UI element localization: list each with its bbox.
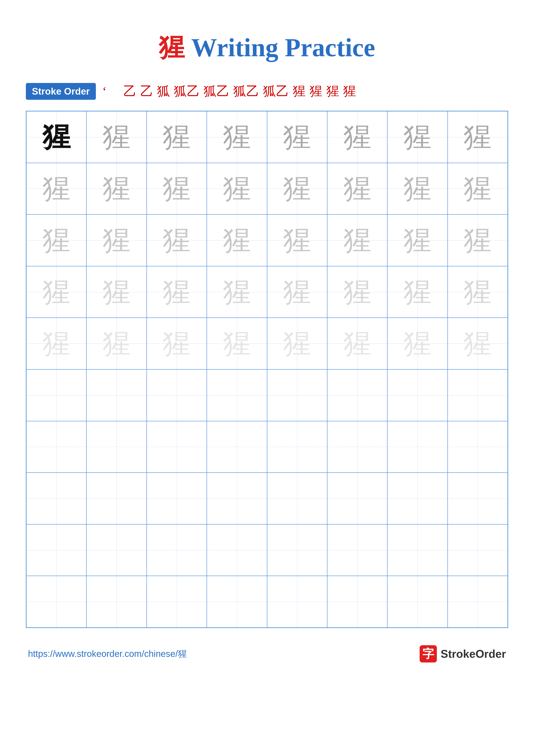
practice-char: 猩 — [343, 123, 371, 151]
grid-cell[interactable] — [387, 421, 447, 473]
grid-cell[interactable]: 猩 — [447, 214, 508, 266]
practice-char: 猩 — [103, 226, 131, 254]
stroke-steps: ‘ 乙 乙 狐 狐乙 狐乙 狐乙 狐乙 猩 猩 猩 猩 — [102, 83, 356, 100]
grid-cell[interactable] — [447, 472, 508, 524]
grid-cell[interactable] — [267, 472, 327, 524]
grid-cell[interactable] — [87, 472, 146, 524]
grid-cell[interactable] — [207, 524, 267, 576]
practice-char: 猩 — [283, 330, 311, 358]
grid-cell[interactable] — [207, 472, 267, 524]
grid-cell[interactable]: 猩 — [207, 266, 267, 318]
stroke-order-badge: Stroke Order — [26, 83, 96, 100]
grid-cell[interactable] — [387, 369, 447, 421]
grid-cell[interactable]: 猩 — [327, 163, 387, 215]
grid-cell[interactable] — [207, 369, 267, 421]
practice-char: 猩 — [223, 330, 251, 358]
title-eng: Writing Practice — [191, 33, 375, 62]
practice-char: 猩 — [403, 330, 431, 358]
grid-cell[interactable] — [267, 369, 327, 421]
grid-cell[interactable] — [26, 472, 87, 524]
grid-cell[interactable]: 猩 — [327, 266, 387, 318]
grid-cell[interactable]: 猩 — [447, 163, 508, 215]
grid-cell[interactable]: 猩 — [147, 163, 207, 215]
grid-cell[interactable]: 猩 — [387, 318, 447, 369]
grid-cell[interactable] — [147, 524, 207, 576]
grid-cell[interactable]: 猩 — [207, 318, 267, 369]
grid-cell[interactable]: 猩 — [327, 111, 387, 163]
grid-cell[interactable]: 猩 — [87, 266, 146, 318]
grid-cell[interactable]: 猩 — [26, 266, 87, 318]
grid-cell[interactable] — [387, 576, 447, 628]
grid-cell[interactable]: 猩 — [87, 163, 146, 215]
grid-cell[interactable] — [87, 576, 146, 628]
practice-char: 猩 — [283, 123, 311, 151]
grid-cell[interactable]: 猩 — [207, 111, 267, 163]
practice-char: 猩 — [103, 123, 131, 151]
grid-cell[interactable] — [147, 576, 207, 628]
grid-cell[interactable]: 猩 — [387, 214, 447, 266]
grid-cell[interactable] — [267, 524, 327, 576]
stroke-3: 乙 — [140, 83, 153, 100]
grid-cell[interactable]: 猩 — [267, 214, 327, 266]
grid-cell[interactable] — [207, 421, 267, 473]
grid-cell[interactable]: 猩 — [87, 214, 146, 266]
grid-cell[interactable] — [26, 524, 87, 576]
grid-cell[interactable] — [447, 524, 508, 576]
grid-cell[interactable] — [147, 421, 207, 473]
practice-char: 猩 — [163, 330, 191, 358]
footer-brand-icon: 字 — [420, 645, 437, 662]
grid-cell[interactable] — [26, 421, 87, 473]
grid-cell[interactable] — [87, 421, 146, 473]
grid-cell[interactable] — [87, 524, 146, 576]
grid-cell[interactable]: 猩 — [207, 163, 267, 215]
grid-cell[interactable] — [327, 524, 387, 576]
grid-cell[interactable]: 猩 — [87, 318, 146, 369]
practice-char: 猩 — [464, 226, 492, 254]
grid-cell[interactable]: 猩 — [327, 318, 387, 369]
grid-cell[interactable]: 猩 — [387, 163, 447, 215]
grid-cell[interactable]: 猩 — [447, 111, 508, 163]
grid-cell[interactable]: 猩 — [387, 111, 447, 163]
grid-cell[interactable] — [87, 369, 146, 421]
title-cjk-char: 猩 — [159, 33, 185, 62]
grid-cell[interactable] — [327, 576, 387, 628]
grid-cell[interactable] — [147, 369, 207, 421]
grid-cell[interactable]: 猩 — [147, 266, 207, 318]
grid-cell[interactable]: 猩 — [267, 318, 327, 369]
grid-cell[interactable] — [447, 369, 508, 421]
grid-cell[interactable]: 猩 — [267, 163, 327, 215]
grid-cell[interactable]: 猩 — [267, 266, 327, 318]
grid-cell[interactable]: 猩 — [26, 318, 87, 369]
grid-cell[interactable] — [26, 369, 87, 421]
grid-cell[interactable] — [327, 369, 387, 421]
grid-cell[interactable] — [267, 421, 327, 473]
stroke-10: 猩 — [310, 83, 322, 100]
grid-cell[interactable] — [447, 576, 508, 628]
grid-cell[interactable]: 猩 — [387, 266, 447, 318]
grid-cell[interactable]: 猩 — [147, 214, 207, 266]
grid-cell[interactable]: 猩 — [267, 111, 327, 163]
grid-cell[interactable]: 猩 — [26, 163, 87, 215]
grid-cell[interactable] — [147, 472, 207, 524]
grid-cell[interactable]: 猩 — [87, 111, 146, 163]
grid-cell[interactable] — [327, 421, 387, 473]
footer: https://www.strokeorder.com/chinese/猩 字 … — [26, 645, 508, 662]
grid-cell[interactable] — [207, 576, 267, 628]
grid-cell[interactable] — [327, 472, 387, 524]
grid-cell[interactable] — [26, 576, 87, 628]
grid-cell[interactable]: 猩 — [147, 318, 207, 369]
grid-cell[interactable] — [387, 524, 447, 576]
grid-cell[interactable] — [267, 576, 327, 628]
grid-cell[interactable]: 猩 — [447, 266, 508, 318]
grid-cell[interactable] — [447, 421, 508, 473]
grid-cell[interactable]: 猩 — [447, 318, 508, 369]
grid-cell[interactable]: 猩 — [327, 214, 387, 266]
stroke-2: 乙 — [111, 83, 136, 100]
grid-cell[interactable]: 猩 — [147, 111, 207, 163]
grid-cell[interactable]: 猩 — [26, 111, 87, 163]
grid-cell[interactable]: 猩 — [207, 214, 267, 266]
grid-cell[interactable]: 猩 — [26, 214, 87, 266]
practice-char: 猩 — [343, 330, 371, 358]
grid-cell[interactable] — [387, 472, 447, 524]
stroke-12: 猩 — [343, 83, 356, 100]
